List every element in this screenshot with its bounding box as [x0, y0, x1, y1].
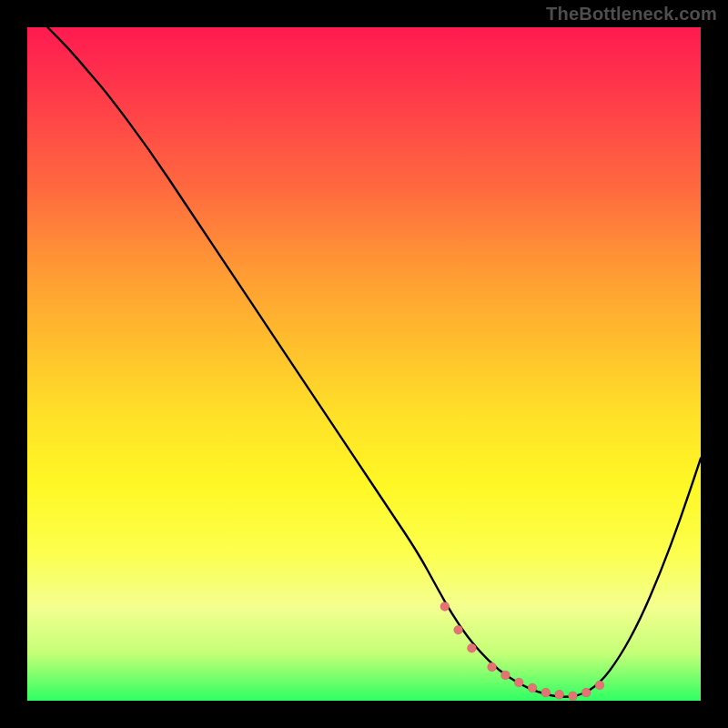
optimum-point-marker [541, 688, 551, 697]
optimum-point-marker [595, 681, 604, 690]
optimum-point-marker [581, 688, 591, 697]
optimum-point-marker [467, 643, 476, 652]
bottleneck-curve [47, 27, 701, 697]
plot-svg [27, 27, 701, 701]
optimum-point-marker [568, 692, 577, 701]
optimum-point-marker [500, 671, 510, 680]
watermark-label: TheBottleneck.com [546, 4, 717, 25]
optimum-point-marker [488, 662, 497, 672]
plot-gradient-background [27, 27, 701, 701]
optimum-point-marker [514, 678, 523, 687]
optimum-point-marker [528, 683, 537, 693]
optimum-point-marker [454, 625, 463, 634]
optimum-point-marker [440, 602, 450, 611]
optimum-point-marker [555, 690, 564, 699]
chart-frame: TheBottleneck.com [0, 0, 728, 728]
